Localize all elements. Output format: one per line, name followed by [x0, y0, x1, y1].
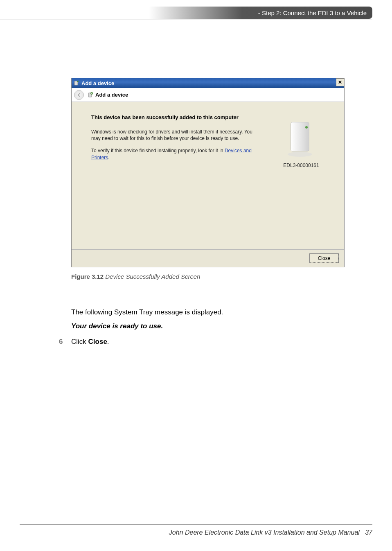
dialog-body: This device has been successfully added … — [72, 102, 344, 249]
step-instruction: Click Close. — [71, 338, 109, 346]
figure-number: Figure 3.12 — [71, 273, 104, 280]
svg-point-6 — [288, 152, 312, 157]
step-number: 6 — [59, 338, 71, 346]
nav-title-text: Add a device — [95, 92, 128, 98]
verify-text-prefix: To verify if this device finished instal… — [91, 148, 225, 154]
figure-caption: Figure 3.12 Device Successfully Added Sc… — [71, 273, 345, 280]
add-device-dialog: Add a device ✕ Add a device This device … — [71, 78, 345, 267]
driver-check-paragraph: Windows is now checking for drivers and … — [91, 129, 258, 142]
dialog-footer: Close — [72, 249, 344, 267]
page-number: 37 — [365, 529, 372, 536]
dialog-body-right: EDL3-00000161 — [270, 114, 332, 245]
device-image — [283, 118, 320, 159]
step-text-bold: Close — [88, 338, 107, 346]
close-button-label: Close — [318, 255, 331, 261]
success-heading: This device has been successfully added … — [91, 114, 258, 120]
dialog-nav-row: Add a device — [72, 88, 344, 102]
close-icon: ✕ — [338, 79, 342, 85]
svg-point-7 — [305, 126, 308, 129]
close-button[interactable]: Close — [310, 254, 338, 263]
step-6-row: 6 Click Close. — [59, 338, 345, 346]
dialog-body-left: This device has been successfully added … — [91, 114, 270, 245]
device-plus-icon — [87, 92, 94, 98]
titlebar-text: Add a device — [81, 80, 114, 86]
header-rule — [0, 20, 372, 20]
svg-point-1 — [77, 81, 79, 82]
tray-message-text: Your device is ready to use. — [71, 322, 345, 330]
document-body-text: The following System Tray message is dis… — [71, 308, 345, 346]
verify-text-suffix: . — [108, 155, 109, 160]
nav-title: Add a device — [87, 92, 128, 98]
device-label: EDL3-00000161 — [270, 163, 332, 168]
titlebar-close-button[interactable]: ✕ — [336, 78, 344, 86]
manual-title: John Deere Electronic Data Link v3 Insta… — [169, 529, 360, 536]
page-header-bar: - Step 2: Connect the EDL3 to a Vehicle — [0, 7, 372, 19]
verify-paragraph: To verify if this device finished instal… — [91, 147, 258, 160]
figure-title: Device Successfully Added Screen — [104, 273, 200, 280]
footer-rule — [20, 524, 372, 525]
device-icon — [73, 80, 80, 86]
page-footer: John Deere Electronic Data Link v3 Insta… — [169, 529, 372, 536]
back-arrow-icon — [77, 93, 81, 97]
step-text-suffix: . — [107, 338, 109, 346]
tray-message-intro: The following System Tray message is dis… — [71, 308, 345, 316]
header-breadcrumb: - Step 2: Connect the EDL3 to a Vehicle — [258, 9, 367, 16]
back-button[interactable] — [74, 90, 84, 100]
step-text-prefix: Click — [71, 338, 88, 346]
screenshot-figure: Add a device ✕ Add a device This device … — [71, 78, 345, 280]
dialog-titlebar: Add a device ✕ — [72, 78, 344, 88]
